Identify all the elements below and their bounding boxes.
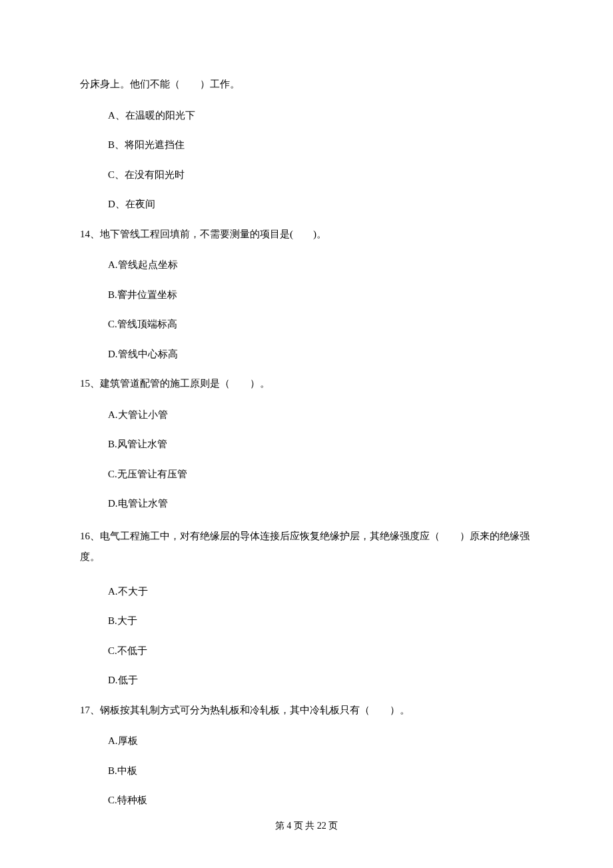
q16-stem: 16、电气工程施工中，对有绝缘层的导体连接后应恢复绝缘护层，其绝缘强度应（ ）原…	[80, 526, 533, 568]
q15-stem: 15、建筑管道配管的施工原则是（ ）。	[80, 376, 533, 391]
q13-stem-continued: 分床身上。他们不能（ ）工作。	[80, 77, 533, 92]
q13-option-a: A、在温暖的阳光下	[80, 108, 533, 123]
page-footer: 第 4 页 共 22 页	[0, 820, 613, 832]
page-content: 分床身上。他们不能（ ）工作。 A、在温暖的阳光下 B、将阳光遮挡住 C、在没有…	[0, 0, 613, 808]
q15-option-a: A.大管让小管	[80, 407, 533, 423]
q16-option-c: C.不低于	[80, 643, 533, 659]
q14-option-a: A.管线起点坐标	[80, 257, 533, 273]
q14-stem: 14、地下管线工程回填前，不需要测量的项目是( )。	[80, 227, 533, 242]
q14-option-c: C.管线顶端标高	[80, 317, 533, 332]
q13-option-c: C、在没有阳光时	[80, 167, 533, 183]
q15-option-b: B.风管让水管	[80, 437, 533, 452]
q14-option-d: D.管线中心标高	[80, 347, 533, 362]
q16-option-b: B.大于	[80, 613, 533, 629]
q16-option-d: D.低于	[80, 673, 533, 688]
q17-option-b: B.中板	[80, 763, 533, 779]
q17-option-a: A.厚板	[80, 733, 533, 749]
q15-option-c: C.无压管让有压管	[80, 467, 533, 482]
q13-option-d: D、在夜间	[80, 197, 533, 212]
q13-option-b: B、将阳光遮挡住	[80, 137, 533, 153]
q17-stem: 17、钢板按其轧制方式可分为热轧板和冷轧板，其中冷轧板只有（ ）。	[80, 703, 533, 718]
q16-option-a: A.不大于	[80, 584, 533, 599]
q14-option-b: B.窨井位置坐标	[80, 287, 533, 303]
q15-option-d: D.电管让水管	[80, 496, 533, 511]
q17-option-c: C.特种板	[80, 793, 533, 808]
